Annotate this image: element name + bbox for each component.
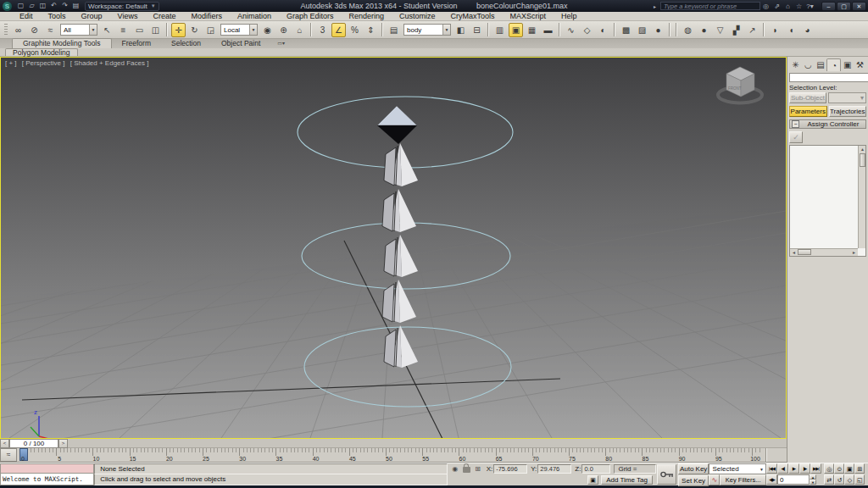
manage-layers-icon[interactable]: ▥ (492, 23, 507, 37)
close-button[interactable]: ✕ (852, 2, 866, 11)
key-mode-toggle-icon[interactable]: ◀▶ (766, 474, 777, 485)
time-slider-track[interactable]: < 0 / 100 > (0, 439, 787, 448)
create-tab[interactable]: ✳ (789, 58, 802, 71)
bind-to-space-warp-icon[interactable]: ≈ (43, 23, 58, 37)
menu-customize[interactable]: Customize (392, 12, 443, 21)
use-pivot-point-center-icon[interactable]: ◉ (260, 23, 275, 37)
sub-object-dropdown[interactable]: ▾ (828, 92, 866, 103)
select-object-icon[interactable]: ↖ (100, 23, 114, 37)
menu-views[interactable]: Views (110, 12, 146, 21)
undo-icon[interactable]: ↶ (48, 1, 59, 11)
utilities-tab[interactable]: ⚒ (854, 58, 866, 71)
render-teapot-b-icon[interactable]: ◖ (784, 23, 798, 37)
go-to-start-icon[interactable]: |◀◀ (766, 463, 777, 474)
scrollbar-thumb[interactable] (798, 249, 811, 255)
unlink-selection-icon[interactable]: ⊘ (27, 23, 42, 37)
menu-rendering[interactable]: Rendering (342, 12, 392, 21)
zoom-all-icon[interactable]: ⊙ (834, 463, 844, 474)
zoom-icon[interactable]: ◎ (824, 463, 834, 474)
spray-icon[interactable]: ▞ (729, 23, 743, 37)
toggle-ribbon-icon[interactable]: ▬ (541, 23, 555, 37)
favorites-icon[interactable]: ☆ (793, 3, 804, 10)
menu-create[interactable]: Create (145, 12, 183, 21)
keyboard-shortcut-override-icon[interactable]: ⌂ (292, 23, 307, 37)
named-selection-sets-dropdown[interactable]: body▼ (403, 24, 451, 36)
mirror-icon[interactable]: ◧ (453, 23, 468, 37)
percent-snap-toggle-icon[interactable]: % (348, 23, 362, 37)
window-crossing-toggle-icon[interactable]: ◫ (148, 23, 163, 37)
mini-curve-editor-button[interactable]: ≈ (0, 448, 17, 462)
snap-toggle-3d-icon[interactable]: 3 (315, 23, 330, 37)
align-icon[interactable]: ⊟ (470, 23, 484, 37)
isolate-selection-toggle-icon[interactable]: ▣ (587, 475, 598, 485)
previous-frame-arrow[interactable]: < (0, 439, 9, 448)
application-menu-button[interactable]: S (3, 2, 12, 11)
select-by-name-icon[interactable]: ≡ (116, 23, 131, 37)
modify-tab[interactable]: ◡ (802, 58, 815, 71)
select-and-rotate-icon[interactable]: ↻ (187, 23, 202, 37)
selection-lock-icon[interactable] (463, 467, 470, 473)
redo-icon[interactable]: ↷ (59, 1, 70, 11)
time-slider-frame-indicator[interactable]: 0 / 100 (9, 439, 58, 448)
key-filters-dropdown[interactable]: Selected ▼ (709, 463, 765, 474)
key-filters-button[interactable]: Key Filters... (720, 474, 765, 485)
zoom-extents-all-icon[interactable]: ⊞ (854, 463, 865, 474)
display-tab[interactable]: ▣ (841, 58, 854, 71)
ribbon-tab-graphite-modeling-tools[interactable]: Graphite Modeling Tools (12, 38, 112, 48)
material-sphere-icon[interactable]: ● (697, 23, 711, 37)
menu-help[interactable]: Help (554, 12, 585, 21)
menu-animation[interactable]: Animation (230, 12, 279, 21)
scroll-up-icon[interactable]: ▲ (859, 146, 866, 153)
render-to-texture-icon[interactable]: ▽ (713, 23, 727, 37)
x-coordinate-field[interactable] (493, 464, 527, 474)
viewport-pov-menu[interactable]: [ Perspective ] (22, 59, 65, 67)
add-time-tag-button[interactable]: Add Time Tag (601, 475, 653, 485)
ribbon-overflow-icon[interactable]: ▭▾ (277, 39, 285, 48)
render-setup-icon[interactable]: ▩ (619, 23, 633, 37)
ribbon-tab-selection[interactable]: Selection (161, 39, 211, 48)
help-button[interactable]: ?▾ (804, 3, 815, 10)
assign-controller-rollout[interactable]: − Assign Controller (789, 119, 866, 129)
tab-polygon-modeling[interactable]: Polygon Modeling (5, 48, 78, 56)
controller-list[interactable]: ▲ ◄ ► (789, 145, 866, 257)
play-animation-icon[interactable]: ▶ (788, 463, 799, 474)
minimize-button[interactable]: – (821, 2, 836, 11)
ribbon-tab-freeform[interactable]: Freeform (112, 39, 161, 48)
maximize-viewport-toggle-icon[interactable]: ◱ (854, 474, 865, 485)
project-folder-icon[interactable]: ▤ (70, 1, 81, 11)
transform-typein-icon[interactable]: ⊞ (473, 465, 483, 473)
open-file-icon[interactable]: ▱ (26, 1, 37, 11)
frame-spinner[interactable]: ▲ ▼ (810, 474, 816, 485)
go-to-end-icon[interactable]: ▶▶| (810, 463, 821, 474)
communication-center-icon[interactable]: ⇗ (771, 3, 782, 10)
current-frame-field[interactable] (777, 474, 810, 485)
set-key-button[interactable]: Set Key (678, 475, 709, 486)
y-coordinate-field[interactable] (537, 464, 571, 474)
previous-frame-icon[interactable]: ◀| (777, 463, 788, 474)
exchange-apps-icon[interactable]: ⌂ (782, 3, 793, 10)
edit-named-selection-sets-icon[interactable]: ▤ (387, 23, 401, 37)
curve-editor-icon[interactable]: ∿ (564, 23, 578, 37)
material-editor-icon[interactable]: ◐ (596, 23, 610, 37)
toggle-layer-explorer-icon[interactable]: ▦ (525, 23, 539, 37)
reference-coordinate-system-dropdown[interactable]: Local▼ (220, 24, 258, 36)
timeline-ruler[interactable]: 0510152025303540455055606570758085909510… (19, 448, 762, 462)
workspace-dropdown[interactable]: Workspace: Default ▼ (85, 2, 159, 11)
viewport-shading-menu[interactable]: [ Shaded + Edged Faces ] (70, 59, 149, 67)
sub-object-button[interactable]: Sub-Object (789, 92, 826, 103)
object-name-field[interactable] (789, 73, 868, 82)
menu-graph-editors[interactable]: Graph Editors (279, 12, 342, 21)
select-and-move-icon[interactable]: ✛ (171, 23, 186, 37)
menu-group[interactable]: Group (74, 12, 110, 21)
next-frame-icon[interactable]: |▶ (799, 463, 810, 474)
scrollbar-thumb[interactable] (860, 153, 865, 167)
hierarchy-tab[interactable]: ▤ (815, 58, 827, 71)
horizontal-scrollbar[interactable]: ◄ ► (790, 248, 858, 256)
scroll-right-icon[interactable]: ► (850, 249, 858, 257)
set-keys-button[interactable] (657, 464, 676, 485)
search-input[interactable] (660, 2, 760, 10)
pan-view-icon[interactable]: ⇄ (824, 474, 834, 485)
vertical-scrollbar[interactable]: ▲ (858, 146, 865, 248)
spinner-down-icon[interactable]: ▼ (810, 480, 816, 485)
menu-edit[interactable]: Edit (12, 12, 41, 21)
